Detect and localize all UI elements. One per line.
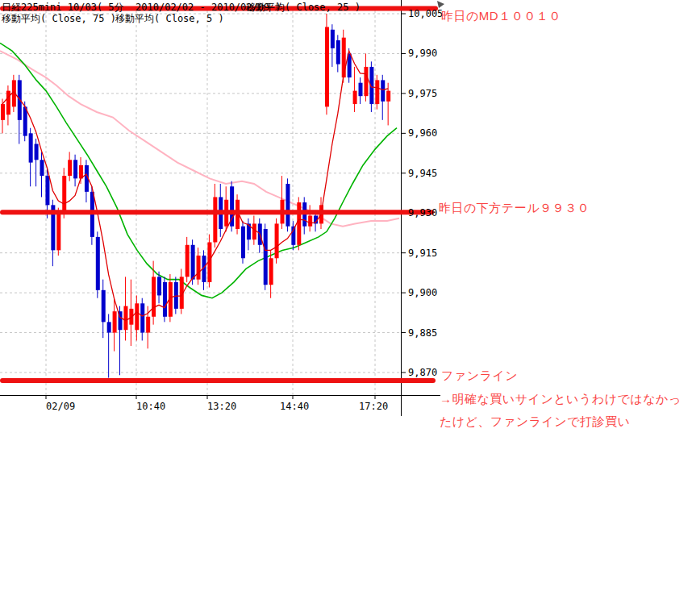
x-axis-label: 13:20 xyxy=(207,401,236,412)
price-chart[interactable] xyxy=(0,0,692,484)
candle-body xyxy=(68,160,72,176)
annotation-yesterday-tail: 昨日の下方テール９９３０ xyxy=(439,201,590,216)
x-axis-label: 14:40 xyxy=(280,401,309,412)
candle-body xyxy=(191,245,195,280)
y-axis-label: 9,900 xyxy=(408,287,437,298)
candle-body xyxy=(386,91,390,102)
y-axis-label: 9,960 xyxy=(408,127,437,139)
candle-body xyxy=(1,104,5,120)
x-axis-label: 10:40 xyxy=(136,401,165,412)
legend-ma5: 移動平均( Close, 5 ) xyxy=(115,12,224,26)
candle-body xyxy=(96,237,100,290)
annotation-note-1: →明確な買いサインというわけではなかっ xyxy=(440,392,682,407)
y-axis-label: 10,005 xyxy=(408,8,443,19)
y-axis-label: 9,930 xyxy=(408,207,437,219)
candle-body xyxy=(45,176,49,205)
candle-body xyxy=(213,197,217,242)
ma5-line xyxy=(2,51,388,320)
y-axis-label: 9,975 xyxy=(408,88,437,99)
candle-body xyxy=(308,216,312,227)
candle-body xyxy=(35,144,39,160)
candle-body xyxy=(325,27,329,106)
candle-body xyxy=(163,282,167,317)
candle-body xyxy=(123,306,127,331)
candle-body xyxy=(241,227,245,259)
candle-body xyxy=(62,176,66,213)
candle-body xyxy=(102,290,106,323)
y-axis-label: 9,885 xyxy=(408,327,437,339)
candle-body xyxy=(73,160,77,178)
candle-body xyxy=(29,133,33,162)
candle-body xyxy=(146,317,150,333)
legend-ma75: 移動平均( Close, 75 ) xyxy=(2,12,116,26)
candle-body xyxy=(264,229,268,285)
candle-body xyxy=(135,303,139,330)
candle-body xyxy=(140,303,144,332)
candle-body xyxy=(113,311,117,332)
y-axis-label: 9,915 xyxy=(408,248,437,259)
y-axis-label: 9,945 xyxy=(408,168,437,179)
annotation-note-2: たけど、ファンラインで打診買い xyxy=(440,414,630,430)
candle-body xyxy=(275,223,279,258)
candle-body xyxy=(286,184,290,227)
candle-body xyxy=(6,91,10,115)
candle-body xyxy=(359,83,363,96)
candle-body xyxy=(252,223,256,239)
candle-body xyxy=(381,80,385,101)
candle-body xyxy=(174,282,178,309)
annotation-fan-line: ファンライン xyxy=(441,368,518,384)
y-axis-label: 9,870 xyxy=(408,367,437,378)
ma25-line xyxy=(0,51,399,227)
line-end-handle-icon[interactable] xyxy=(437,1,444,8)
candle-body xyxy=(56,213,60,250)
annotation-yesterday-md: 昨日のMD１００１０ xyxy=(441,9,561,24)
candle-body xyxy=(297,202,301,245)
candle-body xyxy=(331,30,335,48)
candle-body xyxy=(269,258,273,285)
chart-window: 日経225mini 10/03( 5分 2010/02/02 - 2010/02… xyxy=(0,0,692,616)
candle-body xyxy=(107,322,111,332)
x-axis-label: 17:20 xyxy=(359,401,388,412)
candle-body xyxy=(186,245,190,277)
candle-body xyxy=(152,277,156,316)
candle-body xyxy=(342,38,346,77)
legend-ma25: 移動平均( Close, 25 ) xyxy=(246,1,361,15)
candle-body xyxy=(364,67,368,96)
candle-body xyxy=(197,256,201,280)
x-axis-label: 02/09 xyxy=(46,401,75,412)
candle-body xyxy=(375,80,379,104)
y-axis-label: 9,990 xyxy=(408,48,437,59)
candle-body xyxy=(336,40,340,65)
candle-body xyxy=(353,91,357,104)
candle-body xyxy=(40,160,44,176)
candle-body xyxy=(157,277,161,295)
